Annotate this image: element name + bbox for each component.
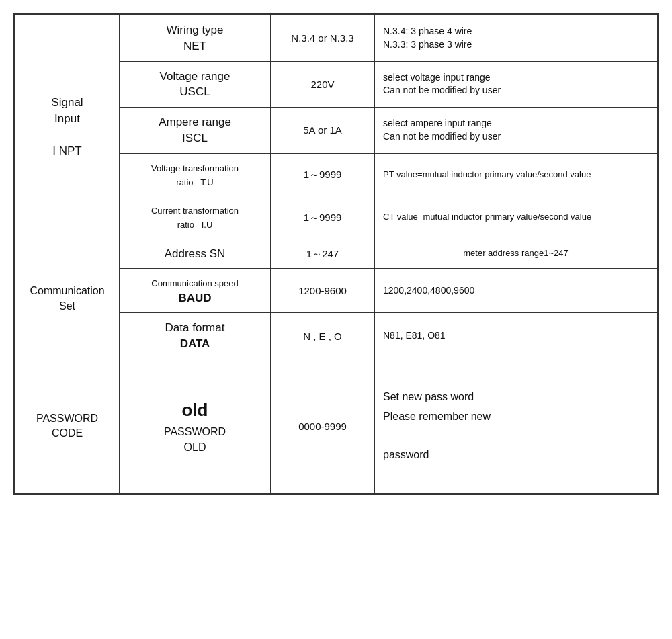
address-label: Address SN xyxy=(165,247,226,260)
comm-speed-name: Communication speed BAUD xyxy=(120,269,271,313)
wiring-desc: N.3.4: 3 phase 4 wireN.3.3: 3 phase 3 wi… xyxy=(375,15,657,62)
address-value: 1～247 xyxy=(271,239,375,269)
voltage-desc: select voltage input rangeCan not be mod… xyxy=(375,61,657,108)
wiring-value: N.3.4 or N.3.3 xyxy=(271,15,375,62)
address-name: Address SN xyxy=(120,239,271,269)
current-transform-desc: CT value=mutual inductor primary value/s… xyxy=(375,196,657,239)
voltage-uscl-label: USCL xyxy=(179,85,210,98)
comm-speed-label: Communication speed xyxy=(151,278,238,288)
wiring-net-label: NET xyxy=(183,40,206,52)
old-bold-label: old xyxy=(128,398,262,422)
ampere-range-value: 5A or 1A xyxy=(303,124,342,136)
voltage-transform-value: 1～9999 xyxy=(271,153,375,196)
address-val: 1～247 xyxy=(306,248,339,259)
address-desc-text: meter address range1~247 xyxy=(463,248,568,258)
current-transform-desc-text: CT value=mutual inductor primary value/s… xyxy=(383,212,591,222)
voltage-range-value: 220V xyxy=(310,79,334,90)
comm-speed-value: 1200-9600 xyxy=(271,269,375,313)
current-transform-val: 1～9999 xyxy=(304,212,342,223)
password-old-sublabel: OLD xyxy=(128,440,262,455)
ampere-desc: select ampere input rangeCan not be modi… xyxy=(375,108,657,154)
address-row: CommunicationSet Address SN 1～247 meter … xyxy=(15,239,657,269)
ampere-range-label: Ampere range xyxy=(159,116,231,128)
voltage-range-name: Voltage range USCL xyxy=(120,61,271,108)
current-transform-name: Current transformationratio I.U xyxy=(120,196,271,239)
password-value: 0000-9999 xyxy=(271,359,375,493)
comm-speed-desc: 1200,2400,4800,9600 xyxy=(375,269,657,313)
signal-input-category: SignalInputI NPT xyxy=(15,15,120,239)
ampere-range-name: Ampere range ISCL xyxy=(120,108,271,154)
voltage-transform-label: Voltage transformationratio T.U xyxy=(151,163,239,187)
current-transform-label: Current transformationratio I.U xyxy=(151,206,239,230)
comm-baud-label: BAUD xyxy=(178,292,211,304)
data-format-label: Data format xyxy=(165,321,225,334)
current-transform-value: 1～9999 xyxy=(271,196,375,239)
ampere-iscl-label: ISCL xyxy=(182,132,208,144)
data-format-desc: N81, E81, O81 xyxy=(375,313,657,359)
comm-speed-desc-text: 1200,2400,4800,9600 xyxy=(383,285,474,296)
password-desc: Set new pass word Please remember new pa… xyxy=(375,359,657,493)
password-val: 0000-9999 xyxy=(298,421,347,432)
communication-set-category: CommunicationSet xyxy=(15,239,120,359)
data-format-desc-text: N81, E81, O81 xyxy=(383,330,446,341)
voltage-transform-desc-text: PT value=mutual inductor primary value/s… xyxy=(383,169,591,179)
password-row: PASSWORDCODE old PASSWORD OLD 0000-9999 … xyxy=(15,359,657,493)
address-desc: meter address range1~247 xyxy=(375,239,657,269)
ampere-value: 5A or 1A xyxy=(271,108,375,154)
voltage-range-label: Voltage range xyxy=(160,70,230,83)
comm-speed-val: 1200-9600 xyxy=(298,285,347,296)
main-table: SignalInputI NPT Wiring type NET N.3.4 o… xyxy=(13,13,659,495)
password-category: PASSWORDCODE xyxy=(15,359,120,493)
wiring-type-name: Wiring type NET xyxy=(120,15,271,62)
data-format-name: Data format DATA xyxy=(120,313,271,359)
wiring-type-label: Wiring type xyxy=(166,24,223,36)
data-format-value: N , E , O xyxy=(271,313,375,359)
voltage-transform-name: Voltage transformationratio T.U xyxy=(120,153,271,196)
voltage-value: 220V xyxy=(271,61,375,108)
wiring-type-value: N.3.4 or N.3.3 xyxy=(291,32,353,44)
password-old-label: PASSWORD xyxy=(128,425,262,439)
data-data-label: DATA xyxy=(180,337,210,350)
signal-input-wiring-row: SignalInputI NPT Wiring type NET N.3.4 o… xyxy=(15,15,657,62)
voltage-transform-val: 1～9999 xyxy=(304,169,342,180)
password-old-name: old PASSWORD OLD xyxy=(120,359,271,493)
data-format-val: N , E , O xyxy=(303,331,342,342)
voltage-transform-desc: PT value=mutual inductor primary value/s… xyxy=(375,153,657,196)
